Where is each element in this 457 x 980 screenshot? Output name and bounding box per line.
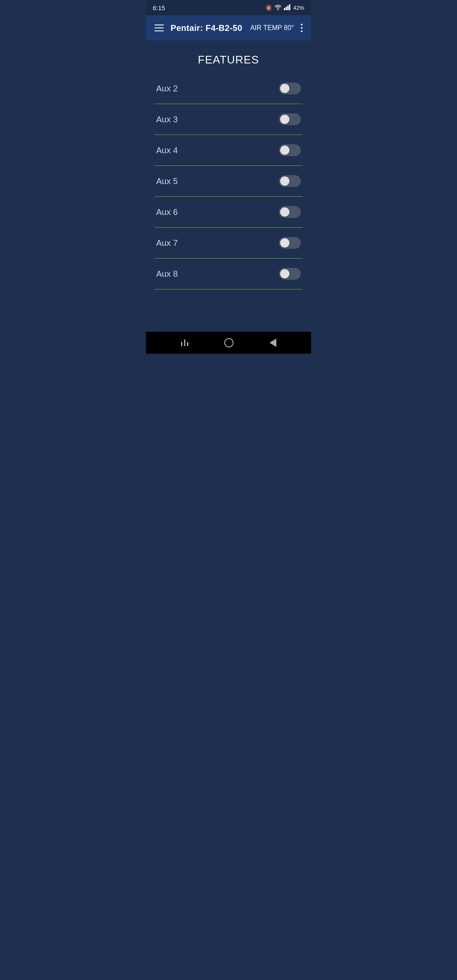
- toggle-aux7[interactable]: [279, 237, 301, 249]
- svg-rect-4: [289, 4, 290, 10]
- app-bar-title: Pentair: F4-B2-50: [171, 23, 245, 33]
- feature-item-aux8: Aux 8: [154, 259, 303, 289]
- toggle-aux6[interactable]: [279, 206, 301, 218]
- bottom-nav: [146, 332, 311, 354]
- svg-rect-3: [287, 6, 289, 10]
- toggle-aux5[interactable]: [279, 175, 301, 187]
- features-list: Aux 2Aux 3Aux 4Aux 5Aux 6Aux 7Aux 8: [154, 73, 303, 289]
- more-options-icon[interactable]: [299, 22, 304, 34]
- status-time: 6:15: [153, 4, 165, 11]
- toggle-aux4[interactable]: [279, 144, 301, 156]
- mute-icon: 🔇: [265, 5, 272, 11]
- toggle-aux2[interactable]: [279, 83, 301, 94]
- feature-label-aux7: Aux 7: [156, 238, 178, 248]
- feature-label-aux4: Aux 4: [156, 146, 178, 155]
- svg-rect-1: [284, 8, 285, 10]
- feature-label-aux6: Aux 6: [156, 207, 178, 217]
- feature-item-aux4: Aux 4: [154, 135, 303, 166]
- wifi-icon: [275, 4, 281, 11]
- feature-item-aux3: Aux 3: [154, 104, 303, 135]
- section-title: FEATURES: [154, 53, 303, 66]
- svg-point-0: [277, 9, 278, 10]
- main-content: FEATURES Aux 2Aux 3Aux 4Aux 5Aux 6Aux 7A…: [146, 41, 311, 332]
- home-button[interactable]: [217, 335, 240, 351]
- back-button[interactable]: [263, 335, 283, 350]
- feature-label-aux5: Aux 5: [156, 176, 178, 186]
- back-icon: [270, 339, 276, 347]
- feature-label-aux8: Aux 8: [156, 269, 178, 279]
- feature-label-aux3: Aux 3: [156, 115, 178, 124]
- status-icons: 🔇 42%: [265, 4, 304, 11]
- signal-icon: [284, 4, 291, 11]
- feature-item-aux2: Aux 2: [154, 73, 303, 104]
- home-icon: [224, 338, 234, 347]
- recent-apps-icon: [181, 339, 188, 346]
- svg-rect-2: [286, 7, 287, 10]
- toggle-aux3[interactable]: [279, 113, 301, 125]
- feature-label-aux2: Aux 2: [156, 84, 178, 94]
- feature-item-aux7: Aux 7: [154, 228, 303, 259]
- app-bar: Pentair: F4-B2-50 AIR TEMP 80°: [146, 15, 311, 41]
- recent-apps-button[interactable]: [174, 336, 195, 350]
- battery-icon: 42%: [293, 5, 304, 11]
- menu-icon[interactable]: [153, 23, 165, 33]
- feature-item-aux5: Aux 5: [154, 166, 303, 197]
- feature-item-aux6: Aux 6: [154, 197, 303, 228]
- air-temp-label: AIR TEMP 80°: [250, 24, 294, 32]
- status-bar: 6:15 🔇 42%: [146, 0, 311, 15]
- toggle-aux8[interactable]: [279, 268, 301, 280]
